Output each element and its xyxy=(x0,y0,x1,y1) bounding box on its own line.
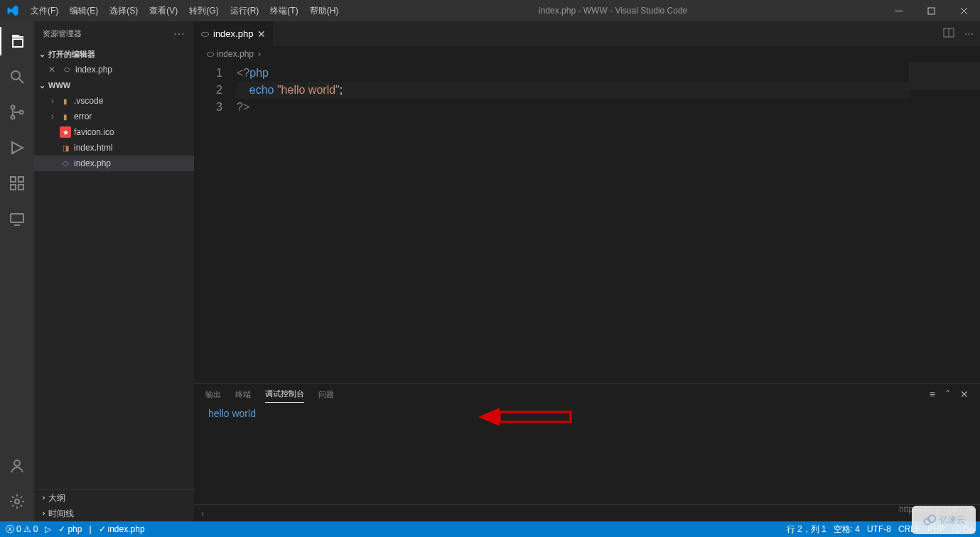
menu-go[interactable]: 转到(G) xyxy=(183,0,224,21)
run-debug-icon[interactable] xyxy=(0,134,34,162)
folder-icon: ▮ xyxy=(60,111,71,122)
panel-tab-output[interactable]: 输出 xyxy=(205,386,221,403)
editor-tabs: ⬭ index.php ✕ ⋯ xyxy=(194,21,980,46)
svg-point-13 xyxy=(15,499,19,504)
project-name: WWW xyxy=(48,81,70,90)
timeline-label: 时间线 xyxy=(48,508,74,520)
remote-icon[interactable] xyxy=(0,205,34,233)
minimap[interactable] xyxy=(909,62,980,383)
status-errors[interactable]: ⓧ 0 ⚠ 0 xyxy=(6,524,38,536)
php-file-icon: ⬭ xyxy=(61,64,72,75)
timeline-header[interactable]: ⌄ 时间线 xyxy=(34,506,194,521)
settings-gear-icon[interactable] xyxy=(0,487,34,516)
chevron-down-icon: ⌄ xyxy=(37,81,47,90)
html-file-icon: ◨ xyxy=(60,142,71,153)
code-token: ?> xyxy=(237,101,249,113)
chevron-right-icon: ⌄ xyxy=(37,493,47,503)
tree-folder-error[interactable]: › ▮ error xyxy=(34,109,194,124)
tree-item-label: error xyxy=(74,112,92,121)
window-maximize-button[interactable] xyxy=(915,0,947,21)
tree-file-indexphp[interactable]: ⬭ index.php xyxy=(34,156,194,171)
debug-console-body[interactable]: hello world xyxy=(194,405,980,504)
yisu-badge: 亿速云 xyxy=(912,506,976,534)
menu-terminal[interactable]: 终端(T) xyxy=(264,0,303,21)
activity-bar xyxy=(0,21,34,521)
status-php-check[interactable]: ✓ php xyxy=(58,524,82,534)
tab-label: index.php xyxy=(213,28,253,39)
account-icon[interactable] xyxy=(0,452,34,480)
source-control-icon[interactable] xyxy=(0,98,34,126)
chevron-right-icon: ⌄ xyxy=(37,509,47,519)
panel-tab-terminal[interactable]: 终端 xyxy=(235,386,251,403)
status-debug-play-icon[interactable]: ▷ xyxy=(45,524,51,534)
code-token: "hello world" xyxy=(277,84,340,96)
editor-tab-indexphp[interactable]: ⬭ index.php ✕ xyxy=(194,21,274,46)
open-editors-header[interactable]: ⌄ 打开的编辑器 xyxy=(34,46,194,62)
menu-selection[interactable]: 选择(S) xyxy=(104,0,144,21)
search-icon[interactable] xyxy=(0,63,34,91)
window-close-button[interactable] xyxy=(947,0,980,21)
outline-label: 大纲 xyxy=(48,492,65,504)
panel-maximize-icon[interactable]: ˄ xyxy=(945,386,950,403)
tree-item-label: index.php xyxy=(74,158,111,168)
tree-item-label: favicon.ico xyxy=(74,127,114,137)
window-minimize-button[interactable] xyxy=(882,0,915,21)
menu-help[interactable]: 帮助(H) xyxy=(304,0,345,21)
panel-tab-debugconsole[interactable]: 调试控制台 xyxy=(265,386,304,403)
svg-point-4 xyxy=(11,116,15,119)
svg-point-5 xyxy=(20,111,23,114)
status-spaces[interactable]: 空格: 4 xyxy=(834,524,860,536)
chevron-right-icon: › xyxy=(257,46,262,62)
tree-file-favicon[interactable]: ★ favicon.ico xyxy=(34,124,194,140)
code-token: ; xyxy=(340,84,343,96)
php-file-icon: ⬭ xyxy=(201,28,209,40)
chevron-right-icon: › xyxy=(48,112,57,121)
breadcrumb[interactable]: ⬭ index.php › xyxy=(194,46,980,62)
svg-rect-1 xyxy=(928,8,935,14)
menu-bar: 文件(F) 编辑(E) 选择(S) 查看(V) 转到(G) 运行(R) 终端(T… xyxy=(25,0,344,21)
panel-tab-problems[interactable]: 问题 xyxy=(318,386,334,403)
split-editor-icon[interactable] xyxy=(943,27,954,40)
explorer-icon[interactable] xyxy=(0,27,34,55)
window-title: index.php - WWW - Visual Studio Code xyxy=(344,6,882,16)
svg-rect-8 xyxy=(11,185,16,190)
chevron-down-icon: ⌄ xyxy=(37,50,47,59)
tree-folder-vscode[interactable]: › ▮ .vscode xyxy=(34,93,194,109)
open-editor-item[interactable]: ✕ ⬭ index.php xyxy=(34,62,194,77)
tree-file-indexhtml[interactable]: ◨ index.html xyxy=(34,140,194,156)
console-output: hello world xyxy=(208,408,256,419)
status-lncol[interactable]: 行 2，列 1 xyxy=(787,524,826,536)
tree-item-label: .vscode xyxy=(74,96,103,106)
open-editor-name: index.php xyxy=(75,65,112,75)
vscode-logo-icon xyxy=(0,4,25,17)
extensions-icon[interactable] xyxy=(0,169,34,197)
sidebar-more-icon[interactable]: ⋯ xyxy=(173,27,185,40)
panel-filter-icon[interactable]: ≡ xyxy=(930,386,935,403)
tab-close-icon[interactable]: ✕ xyxy=(257,28,266,40)
code-token xyxy=(237,84,249,96)
status-file-check[interactable]: ✓ index.php xyxy=(99,524,145,534)
bottom-panel: 输出 终端 调试控制台 问题 ≡ ˄ ✕ hello world › xyxy=(194,383,980,521)
svg-rect-10 xyxy=(18,177,23,182)
status-bar: ⓧ 0 ⚠ 0 ▷ ✓ php | ✓ index.php 行 2，列 1 空格… xyxy=(0,521,980,537)
editor-more-icon[interactable]: ⋯ xyxy=(964,28,974,39)
code-token: php xyxy=(249,67,269,79)
menu-file[interactable]: 文件(F) xyxy=(25,0,64,21)
menu-view[interactable]: 查看(V) xyxy=(144,0,183,21)
php-file-icon: ⬭ xyxy=(60,158,71,169)
panel-close-icon[interactable]: ✕ xyxy=(960,386,969,403)
menu-edit[interactable]: 编辑(E) xyxy=(64,0,104,21)
close-icon[interactable]: ✕ xyxy=(48,65,58,75)
folder-icon: ▮ xyxy=(60,95,71,107)
debug-console-input[interactable]: › xyxy=(194,504,980,521)
line-gutter: 123 xyxy=(194,62,237,383)
svg-rect-7 xyxy=(11,177,16,182)
status-encoding[interactable]: UTF-8 xyxy=(867,524,891,534)
code-editor[interactable]: 123 <?php echo "hello world"; ?> xyxy=(194,62,980,383)
outline-header[interactable]: ⌄ 大纲 xyxy=(34,490,194,506)
project-header[interactable]: ⌄ WWW xyxy=(34,77,194,93)
svg-rect-11 xyxy=(11,214,23,222)
menu-run[interactable]: 运行(R) xyxy=(225,0,265,21)
annotation-arrow-icon xyxy=(478,406,578,429)
favicon-icon: ★ xyxy=(60,126,71,138)
